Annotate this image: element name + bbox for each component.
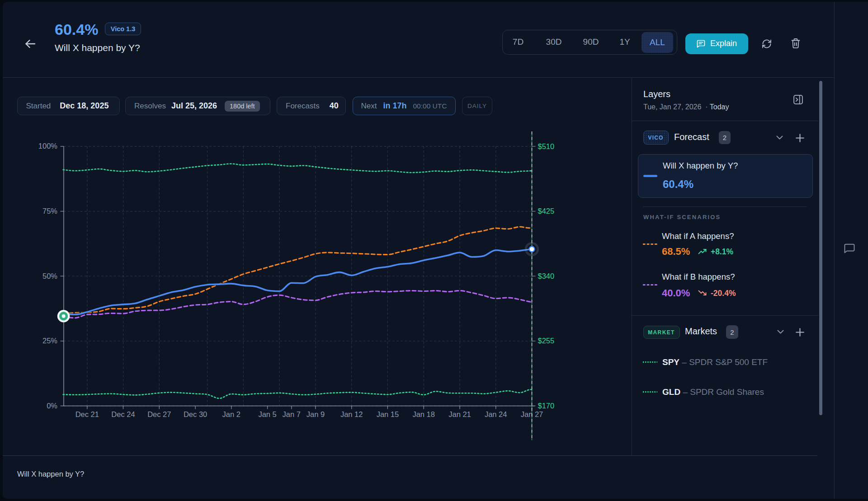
svg-text:Jan 15: Jan 15	[377, 410, 399, 418]
svg-text:50%: 50%	[42, 272, 57, 280]
svg-text:Jan 24: Jan 24	[485, 410, 507, 418]
svg-text:100%: 100%	[38, 142, 58, 150]
svg-text:$170: $170	[538, 402, 555, 410]
svg-text:0%: 0%	[47, 402, 57, 410]
svg-text:75%: 75%	[42, 207, 57, 215]
svg-text:$255: $255	[538, 337, 555, 345]
svg-text:Jan 9: Jan 9	[307, 410, 325, 418]
svg-text:Dec 24: Dec 24	[111, 410, 135, 418]
svg-text:Jan 18: Jan 18	[412, 410, 435, 418]
svg-text:$510: $510	[538, 142, 555, 150]
svg-text:25%: 25%	[42, 337, 57, 345]
svg-text:$340: $340	[538, 272, 555, 280]
svg-text:Dec 30: Dec 30	[184, 410, 207, 418]
svg-text:Jan 5: Jan 5	[258, 410, 276, 418]
svg-text:Jan 2: Jan 2	[222, 410, 241, 418]
svg-text:Jan 21: Jan 21	[448, 410, 471, 418]
svg-text:Jan 7: Jan 7	[283, 410, 301, 418]
svg-text:Dec 21: Dec 21	[75, 410, 99, 418]
svg-text:$425: $425	[538, 207, 555, 215]
svg-text:Dec 27: Dec 27	[147, 410, 171, 418]
svg-text:Jan 12: Jan 12	[340, 410, 363, 418]
